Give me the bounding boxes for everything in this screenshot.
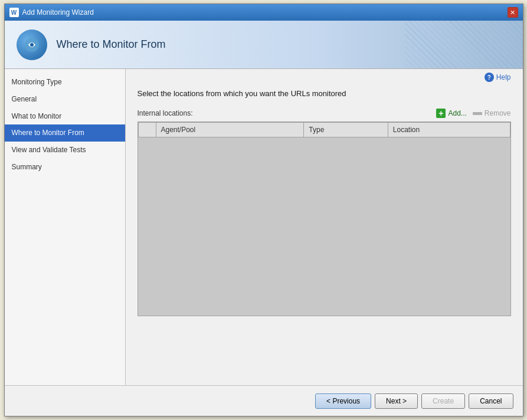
- close-button[interactable]: ✕: [508, 7, 518, 18]
- wizard-header: Where to Monitor From: [5, 21, 523, 69]
- col-agent-pool: Agent/Pool: [156, 123, 304, 137]
- table-header: Agent/Pool Type Location: [138, 123, 510, 137]
- remove-button[interactable]: Remove: [473, 109, 511, 117]
- help-icon: ?: [485, 73, 494, 82]
- table-header-row: Agent/Pool Type Location: [138, 123, 510, 137]
- help-link[interactable]: Help: [496, 73, 511, 81]
- action-buttons: + Add... Remove: [436, 109, 510, 118]
- header-icon: [17, 29, 47, 60]
- table-container: Agent/Pool Type Location: [138, 122, 511, 316]
- wizard-icon: W: [9, 8, 19, 17]
- nav-item-what-to-monitor[interactable]: What to Monitor: [5, 108, 125, 125]
- wizard-window: W Add Monitoring Wizard ✕ Where to Monit…: [4, 4, 523, 416]
- wizard-nav: Monitoring Type General What to Monitor …: [5, 69, 126, 385]
- add-label: Add...: [448, 109, 466, 117]
- cancel-button[interactable]: Cancel: [469, 393, 513, 409]
- remove-icon: [473, 112, 482, 115]
- title-bar: W Add Monitoring Wizard ✕: [5, 4, 523, 21]
- header-pattern: [405, 21, 523, 69]
- help-row: ? Help: [126, 69, 523, 82]
- col-location: Location: [388, 123, 510, 137]
- section-description: Select the locations from which you want…: [138, 89, 511, 98]
- data-table: Agent/Pool Type Location: [138, 122, 510, 137]
- svg-point-1: [30, 43, 34, 47]
- col-checkbox: [138, 123, 156, 137]
- internal-locations-header: Internal locations: + Add... Remove: [138, 109, 511, 118]
- window-title: Add Monitoring Wizard: [22, 8, 94, 17]
- remove-label: Remove: [485, 109, 511, 117]
- add-icon: +: [436, 109, 446, 118]
- previous-button[interactable]: < Previous: [315, 393, 371, 409]
- nav-item-summary[interactable]: Summary: [5, 159, 125, 176]
- create-button[interactable]: Create: [421, 393, 465, 409]
- internal-locations-label: Internal locations:: [138, 109, 193, 117]
- nav-item-view-and-validate-tests[interactable]: View and Validate Tests: [5, 142, 125, 159]
- nav-item-general[interactable]: General: [5, 91, 125, 108]
- header-svg-icon: [24, 37, 40, 53]
- col-type: Type: [304, 123, 388, 137]
- wizard-footer: < Previous Next > Create Cancel: [5, 385, 523, 416]
- add-button[interactable]: + Add...: [436, 109, 466, 118]
- next-button[interactable]: Next >: [375, 393, 418, 409]
- wizard-body: Monitoring Type General What to Monitor …: [5, 69, 523, 385]
- main-content: Select the locations from which you want…: [126, 82, 523, 385]
- wizard-main: ? Help Select the locations from which y…: [126, 69, 523, 385]
- header-title: Where to Monitor From: [57, 38, 166, 51]
- nav-item-monitoring-type[interactable]: Monitoring Type: [5, 74, 125, 91]
- title-bar-left: W Add Monitoring Wizard: [9, 8, 94, 17]
- nav-item-where-to-monitor-from[interactable]: Where to Monitor From: [5, 124, 125, 142]
